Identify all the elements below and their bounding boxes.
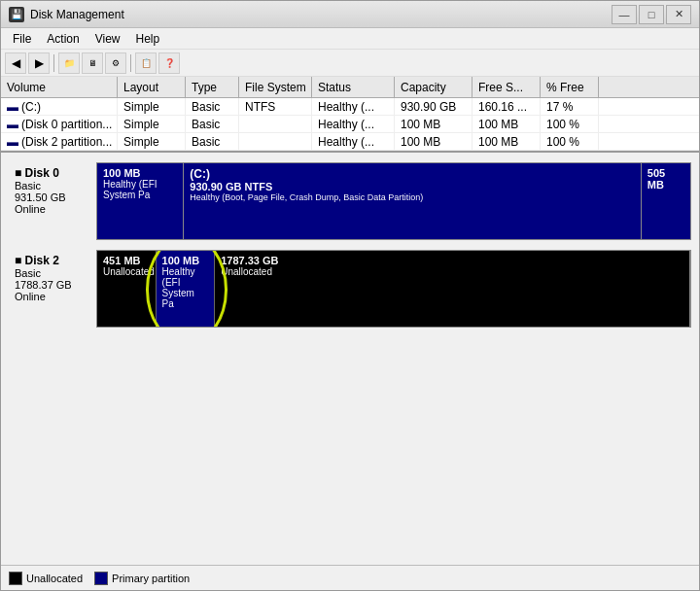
table-row[interactable]: ▬ (Disk 0 partition... Simple Basic Heal… xyxy=(1,116,699,133)
title-bar: 💾 Disk Management — □ ✕ xyxy=(1,1,699,28)
header-filesystem[interactable]: File System xyxy=(239,77,312,97)
disk2-type: Basic xyxy=(15,267,90,279)
cell-layout: Simple xyxy=(118,98,186,115)
cell-free: 100 MB xyxy=(472,116,541,132)
cell-layout: Simple xyxy=(118,133,186,150)
disk0-type: Basic xyxy=(15,180,90,191)
disk0-part1[interactable]: 100 MB Healthy (EFI System Pa xyxy=(97,163,184,239)
menu-bar: File Action View Help xyxy=(1,28,699,50)
cell-capacity: 930.90 GB xyxy=(395,98,472,115)
legend-unallocated: Unallocated xyxy=(9,572,83,585)
cell-status: Healthy (... xyxy=(312,98,395,115)
cell-layout: Simple xyxy=(118,116,186,132)
legend-unallocated-label: Unallocated xyxy=(26,573,83,584)
cell-type: Basic xyxy=(186,98,239,115)
cell-volume: ▬ (C:) xyxy=(1,98,118,115)
legend-unallocated-box xyxy=(9,572,22,585)
volume-table: Volume Layout Type File System Status Ca… xyxy=(1,77,699,153)
disk2-part3[interactable]: 1787.33 GB Unallocated xyxy=(215,251,690,327)
minimize-button[interactable]: — xyxy=(612,5,637,24)
disk0-part3[interactable]: 505 MB xyxy=(642,163,690,239)
cell-free: 160.16 ... xyxy=(472,98,541,115)
disk2-row: ■ Disk 2 Basic 1788.37 GB Online 451 MB … xyxy=(9,250,691,328)
cell-fs xyxy=(239,133,312,150)
menu-action[interactable]: Action xyxy=(39,30,87,48)
legend-primary-box xyxy=(94,572,108,585)
toolbar-back[interactable]: ◀ xyxy=(5,52,26,74)
toolbar-forward[interactable]: ▶ xyxy=(28,52,50,74)
cell-type: Basic xyxy=(186,133,239,150)
disk2-part2[interactable]: 100 MB Healthy (EFI System Pa xyxy=(157,251,216,327)
cell-capacity: 100 MB xyxy=(395,116,472,132)
toolbar-btn4[interactable]: 📋 xyxy=(135,52,157,74)
disk2-label: ■ Disk 2 Basic 1788.37 GB Online xyxy=(9,250,96,328)
toolbar-btn5[interactable]: ❓ xyxy=(158,52,180,74)
cell-freepct: 17 % xyxy=(541,98,599,115)
cell-freepct: 100 % xyxy=(541,116,599,132)
disk0-part2[interactable]: (C:) 930.90 GB NTFS Healthy (Boot, Page … xyxy=(184,163,642,239)
header-volume[interactable]: Volume xyxy=(1,77,118,97)
close-button[interactable]: ✕ xyxy=(666,5,691,24)
header-type[interactable]: Type xyxy=(186,77,239,97)
disk-area: ■ Disk 0 Basic 931.50 GB Online 100 MB H… xyxy=(1,153,699,565)
legend-primary: Primary partition xyxy=(94,572,190,585)
header-layout[interactable]: Layout xyxy=(118,77,186,97)
disk0-bar: 100 MB Healthy (EFI System Pa (C:) 930.9… xyxy=(96,162,691,240)
legend-primary-label: Primary partition xyxy=(112,573,190,584)
table-row[interactable]: ▬ (C:) Simple Basic NTFS Healthy (... 93… xyxy=(1,98,699,116)
toolbar-btn2[interactable]: 🖥 xyxy=(82,52,103,74)
menu-file[interactable]: File xyxy=(5,30,39,48)
cell-fs: NTFS xyxy=(239,98,312,115)
header-status[interactable]: Status xyxy=(312,77,395,97)
cell-volume: ▬ (Disk 0 partition... xyxy=(1,116,118,132)
disk2-part1[interactable]: 451 MB Unallocated xyxy=(97,251,157,327)
disk0-status: Online xyxy=(15,203,90,215)
app-icon: 💾 xyxy=(9,7,24,22)
cell-fs xyxy=(239,116,312,132)
table-header: Volume Layout Type File System Status Ca… xyxy=(1,77,699,98)
maximize-button[interactable]: □ xyxy=(639,5,664,24)
disk0-name: ■ Disk 0 xyxy=(15,166,90,180)
cell-capacity: 100 MB xyxy=(395,133,472,150)
toolbar-btn3[interactable]: ⚙ xyxy=(105,52,126,74)
main-content: Volume Layout Type File System Status Ca… xyxy=(1,77,699,590)
cell-free: 100 MB xyxy=(472,133,541,150)
toolbar: ◀ ▶ 📁 🖥 ⚙ 📋 ❓ xyxy=(1,50,699,77)
disk0-label: ■ Disk 0 Basic 931.50 GB Online xyxy=(9,162,96,240)
window-title: Disk Management xyxy=(30,8,612,21)
menu-view[interactable]: View xyxy=(88,30,128,48)
menu-help[interactable]: Help xyxy=(128,30,168,48)
disk2-size: 1788.37 GB xyxy=(15,279,90,291)
header-freepct[interactable]: % Free xyxy=(541,77,599,97)
disk0-size: 931.50 GB xyxy=(15,191,90,203)
window-controls: — □ ✕ xyxy=(612,5,691,24)
legend: Unallocated Primary partition xyxy=(1,565,699,590)
main-window: 💾 Disk Management — □ ✕ File Action View… xyxy=(0,0,700,591)
table-row[interactable]: ▬ (Disk 2 partition... Simple Basic Heal… xyxy=(1,133,699,151)
toolbar-btn1[interactable]: 📁 xyxy=(58,52,80,74)
cell-status: Healthy (... xyxy=(312,116,395,132)
disk2-name: ■ Disk 2 xyxy=(15,254,90,267)
toolbar-sep1 xyxy=(53,54,54,72)
cell-volume: ▬ (Disk 2 partition... xyxy=(1,133,118,150)
cell-status: Healthy (... xyxy=(312,133,395,150)
toolbar-sep2 xyxy=(130,54,131,72)
disk2-status: Online xyxy=(15,291,90,302)
disk0-row: ■ Disk 0 Basic 931.50 GB Online 100 MB H… xyxy=(9,162,691,240)
header-capacity[interactable]: Capacity xyxy=(395,77,472,97)
cell-type: Basic xyxy=(186,116,239,132)
cell-freepct: 100 % xyxy=(541,133,599,150)
header-freespace[interactable]: Free S... xyxy=(472,77,541,97)
